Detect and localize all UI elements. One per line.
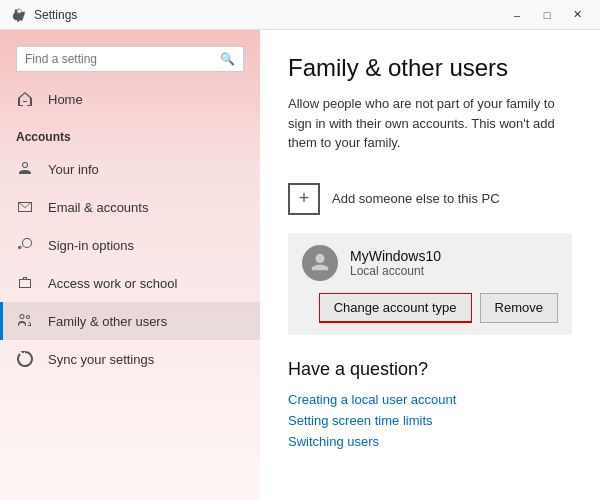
sidebar-item-email-label: Email & accounts	[48, 200, 148, 215]
email-icon	[16, 198, 34, 216]
sidebar-header: 🔍	[0, 30, 260, 80]
help-section: Have a question? Creating a local user a…	[288, 359, 572, 449]
title-bar-controls: – □ ✕	[502, 0, 592, 30]
sidebar-item-family[interactable]: Family & other users	[0, 302, 260, 340]
sidebar-item-work[interactable]: Access work or school	[0, 264, 260, 302]
remove-button[interactable]: Remove	[480, 293, 558, 323]
add-user-row[interactable]: + Add someone else to this PC	[288, 173, 572, 225]
sidebar-item-sync-label: Sync your settings	[48, 352, 154, 367]
change-account-type-button[interactable]: Change account type	[319, 293, 472, 323]
page-description: Allow people who are not part of your fa…	[288, 94, 572, 153]
sync-icon	[16, 350, 34, 368]
briefcase-icon	[16, 274, 34, 292]
user-card-top: MyWindows10 Local account	[302, 245, 558, 281]
search-icon: 🔍	[220, 52, 235, 66]
sidebar-item-email[interactable]: Email & accounts	[0, 188, 260, 226]
sidebar-item-work-label: Access work or school	[48, 276, 177, 291]
home-icon	[16, 90, 34, 108]
title-bar: Settings – □ ✕	[0, 0, 600, 30]
close-button[interactable]: ✕	[562, 0, 592, 30]
sidebar-item-home-label: Home	[48, 92, 83, 107]
title-bar-left: Settings	[12, 8, 77, 22]
sidebar-item-your-info[interactable]: Your info	[0, 150, 260, 188]
main-content: Family & other users Allow people who ar…	[260, 30, 600, 500]
sidebar-item-your-info-label: Your info	[48, 162, 99, 177]
key-icon	[16, 236, 34, 254]
user-card-actions: Change account type Remove	[302, 293, 558, 323]
person-icon	[16, 160, 34, 178]
user-card: MyWindows10 Local account Change account…	[288, 233, 572, 335]
sidebar-item-signin[interactable]: Sign-in options	[0, 226, 260, 264]
maximize-button[interactable]: □	[532, 0, 562, 30]
people-icon	[16, 312, 34, 330]
search-box[interactable]: 🔍	[16, 46, 244, 72]
minimize-button[interactable]: –	[502, 0, 532, 30]
search-input[interactable]	[25, 52, 214, 66]
avatar	[302, 245, 338, 281]
app-body: 🔍 Home Accounts Your info	[0, 30, 600, 500]
help-link-2[interactable]: Setting screen time limits	[288, 413, 572, 428]
sidebar: 🔍 Home Accounts Your info	[0, 30, 260, 500]
page-title: Family & other users	[288, 54, 572, 82]
settings-app-icon	[12, 8, 26, 22]
accounts-section-label: Accounts	[0, 118, 260, 150]
help-link-3[interactable]: Switching users	[288, 434, 572, 449]
sidebar-item-signin-label: Sign-in options	[48, 238, 134, 253]
add-user-label: Add someone else to this PC	[332, 191, 500, 206]
help-section-title: Have a question?	[288, 359, 572, 380]
app-title: Settings	[34, 8, 77, 22]
sidebar-item-family-label: Family & other users	[48, 314, 167, 329]
sidebar-item-home[interactable]: Home	[0, 80, 260, 118]
help-link-1[interactable]: Creating a local user account	[288, 392, 572, 407]
sidebar-item-sync[interactable]: Sync your settings	[0, 340, 260, 378]
add-user-icon: +	[288, 183, 320, 215]
user-name: MyWindows10	[350, 248, 441, 264]
avatar-icon	[309, 252, 331, 274]
user-info: MyWindows10 Local account	[350, 248, 441, 278]
user-type: Local account	[350, 264, 441, 278]
